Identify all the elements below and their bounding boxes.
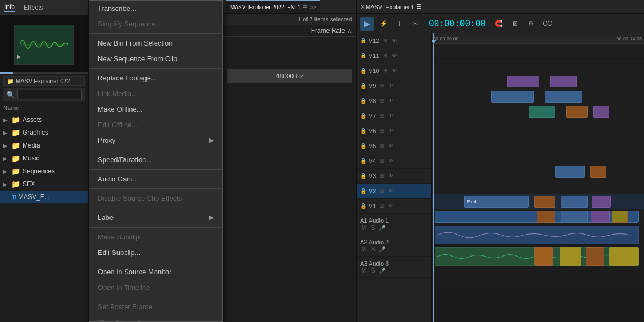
track-clip-icon[interactable]: ⊞: [382, 53, 389, 58]
menu-item-audio-gain[interactable]: Audio Gain...: [89, 171, 222, 187]
track-s-btn[interactable]: S: [369, 225, 377, 231]
tree-item-media[interactable]: ▶ 📁 Media: [0, 139, 88, 152]
clip-v2-3[interactable]: [561, 196, 588, 208]
tool-select[interactable]: ▶: [360, 17, 374, 31]
tool-markers[interactable]: ⊠: [508, 17, 522, 31]
track-label-v10: 🔒 V10 ⊞ 👁: [357, 63, 431, 78]
clip-v1-2[interactable]: [537, 211, 555, 223]
track-clip-icon[interactable]: ⊞: [382, 68, 389, 74]
play-button[interactable]: ▶: [17, 54, 26, 62]
spacer: [3, 194, 10, 200]
clip-v8-2[interactable]: [566, 106, 588, 118]
track-eye-icon[interactable]: 👁: [387, 143, 394, 149]
menu-item-new-bin[interactable]: New Bin From Selection: [89, 35, 222, 51]
tree-item-masv[interactable]: ⊞ MASV_E...: [0, 191, 88, 203]
clip-v2-expl[interactable]: Expl: [464, 196, 529, 208]
tree-item-sequences[interactable]: ▶ 📁 Sequences: [0, 165, 88, 178]
audio-clip-a2-5[interactable]: [609, 247, 639, 266]
track-mic-icon[interactable]: 🎤: [378, 268, 386, 274]
clip-v8-3[interactable]: [593, 106, 609, 118]
tool-snap[interactable]: 🧲: [492, 17, 506, 31]
track-eye-icon[interactable]: 👁: [391, 68, 398, 74]
track-label-a1: A1 Audio 1 M S 🎤: [357, 214, 431, 235]
tool-rolling[interactable]: ⤵: [392, 17, 406, 31]
track-clip-icon[interactable]: ⊞: [378, 158, 385, 164]
track-clip-icon[interactable]: ⊞: [378, 83, 385, 89]
track-clip-icon[interactable]: ⊞: [378, 173, 385, 179]
clip-v1-5[interactable]: [612, 211, 628, 223]
clip-v4-2[interactable]: [590, 166, 606, 178]
track-clip-icon[interactable]: ⊞: [378, 128, 385, 134]
clip-v9-1[interactable]: [491, 91, 534, 103]
clip-v4-1[interactable]: [555, 166, 585, 178]
audio-clip-a1-1[interactable]: [435, 226, 639, 244]
clip-v8-1[interactable]: [529, 106, 555, 118]
search-input[interactable]: [17, 90, 82, 99]
track-clip-icon[interactable]: ⊞: [382, 38, 389, 43]
track-eye-icon[interactable]: 👁: [391, 53, 398, 58]
track-eye-icon[interactable]: 👁: [387, 158, 394, 164]
track-m-btn[interactable]: M: [360, 268, 368, 274]
tab-info[interactable]: Info: [4, 3, 15, 12]
clip-v1-3[interactable]: [561, 211, 588, 223]
clip-v2-4[interactable]: [592, 196, 611, 208]
tool-settings[interactable]: ⚙: [524, 17, 538, 31]
timeline-toolbar: ▶ ⚡ ⤵ ✂ 00:00:00:00 🧲 ⊠ ⚙ CC: [357, 14, 644, 33]
track-row-v4: [432, 164, 644, 179]
track-label-v7: 🔒 V7 ⊞ 👁: [357, 108, 431, 123]
clip-v10-2[interactable]: [550, 76, 577, 87]
framerate-header[interactable]: Frame Rate ∧: [223, 25, 356, 37]
track-mic-icon[interactable]: 🎤: [378, 225, 386, 231]
track-label-v1: 🔒 V1 ⊞ 👁: [357, 199, 431, 214]
track-s-btn[interactable]: S: [369, 246, 377, 252]
track-controls-v1: ⊞ 👁: [378, 203, 394, 209]
track-eye-icon[interactable]: 👁: [387, 188, 394, 194]
track-eye-icon[interactable]: 👁: [387, 113, 394, 119]
menu-item-open-source-monitor[interactable]: Open in Source Monitor: [89, 264, 222, 280]
close-icon[interactable]: ✕: [360, 3, 365, 11]
tree-item-sfx[interactable]: ▶ 📁 SFX: [0, 178, 88, 191]
menu-item-proxy[interactable]: Proxy ▶: [89, 133, 222, 148]
audio-clip-a2-4[interactable]: [586, 247, 604, 266]
timeline-menu-icon[interactable]: ☰: [416, 3, 422, 10]
clip-v9-2[interactable]: [545, 91, 582, 103]
tool-ripple[interactable]: ⚡: [376, 17, 390, 31]
track-mic-icon[interactable]: 🎤: [378, 246, 386, 252]
clip-v10-1[interactable]: [507, 76, 539, 87]
track-m-btn[interactable]: M: [360, 246, 368, 252]
tree-item-assets[interactable]: ▶ 📁 Assets: [0, 113, 88, 126]
menu-item-label[interactable]: Label ▶: [89, 210, 222, 225]
track-eye-icon[interactable]: 👁: [387, 173, 394, 179]
track-eye-icon[interactable]: 👁: [387, 98, 394, 104]
menu-item-replace-footage[interactable]: Replace Footage...: [89, 70, 222, 86]
track-eye-icon[interactable]: 👁: [387, 203, 394, 209]
track-clip-icon[interactable]: ⊞: [378, 188, 385, 194]
track-eye-icon[interactable]: 👁: [391, 38, 398, 43]
chevron-right-icon: ▶: [3, 156, 10, 162]
menu-item-transcribe[interactable]: Transcribe...: [89, 1, 222, 16]
track-eye-icon[interactable]: 👁: [387, 128, 394, 134]
menu-item-edit-subclip[interactable]: Edit Subclip...: [89, 245, 222, 260]
tree-item-music[interactable]: ▶ 📁 Music: [0, 152, 88, 165]
audio-clip-a2-2[interactable]: [534, 247, 553, 266]
tab-sequence-1[interactable]: MASV_Explainer 2022_EN_1 ☰ >>: [226, 0, 320, 13]
track-m-btn[interactable]: M: [360, 225, 368, 231]
track-clip-icon[interactable]: ⊞: [378, 98, 385, 104]
menu-item-edit-offline: Edit Offline...: [89, 117, 222, 133]
menu-item-make-offline[interactable]: Make Offline...: [89, 101, 222, 117]
menu-item-speed-duration[interactable]: Speed/Duration...: [89, 152, 222, 167]
clip-v2-2[interactable]: [534, 196, 555, 208]
track-clip-icon[interactable]: ⊞: [378, 203, 385, 209]
audio-clip-a2-3[interactable]: [560, 247, 581, 266]
clip-v1-4[interactable]: [591, 211, 610, 223]
track-clip-icon[interactable]: ⊞: [378, 113, 385, 119]
tree-item-graphics[interactable]: ▶ 📁 Graphics: [0, 126, 88, 139]
tool-captions[interactable]: CC: [540, 17, 554, 31]
menu-item-new-sequence[interactable]: New Sequence From Clip: [89, 51, 222, 67]
tool-razor[interactable]: ✂: [408, 17, 422, 31]
seek-bar[interactable]: [0, 72, 88, 74]
track-eye-icon[interactable]: 👁: [387, 83, 394, 89]
track-s-btn[interactable]: S: [369, 268, 377, 274]
tab-effects[interactable]: Effects: [24, 4, 43, 11]
track-clip-icon[interactable]: ⊞: [378, 143, 385, 149]
